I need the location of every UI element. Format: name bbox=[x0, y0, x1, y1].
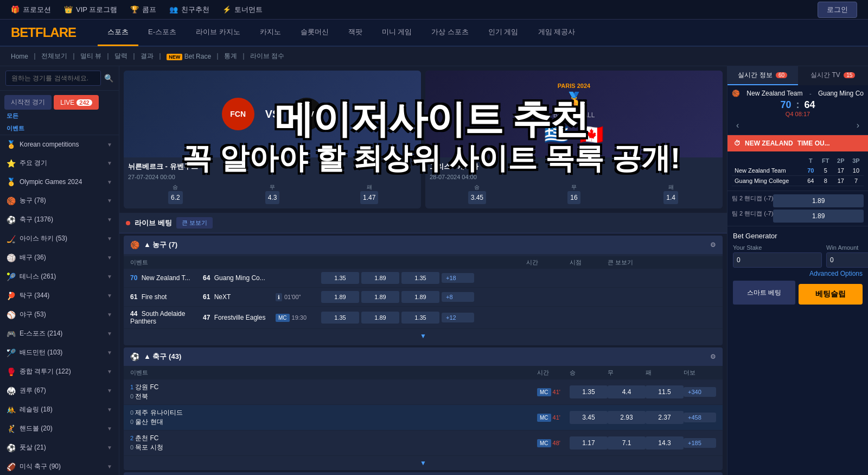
top-nav-promotion[interactable]: 🎁 프로모션 bbox=[11, 5, 51, 15]
score-ft2: 8 bbox=[818, 176, 833, 186]
nav-sports[interactable]: 스포츠 bbox=[98, 19, 138, 46]
breadcrumb-home[interactable]: Home bbox=[11, 53, 28, 60]
next-arrow[interactable]: › bbox=[852, 121, 864, 130]
smart-bet-button[interactable]: 스마트 베팅 bbox=[733, 281, 795, 305]
login-button[interactable]: 로그인 bbox=[818, 2, 857, 18]
prev-arrow[interactable]: ‹ bbox=[732, 121, 743, 130]
show-more-basketball[interactable]: ▼ bbox=[124, 329, 723, 343]
handicap-odds-1[interactable]: 1.89 bbox=[773, 194, 864, 207]
win-odds-1[interactable]: 6.2 bbox=[168, 191, 183, 204]
top-nav-tournament[interactable]: ⚡ 토너먼트 bbox=[222, 5, 263, 15]
sidebar-item-handball[interactable]: 🤾 핸드볼 (20) ▼ bbox=[0, 419, 119, 438]
sidebar-item-featured[interactable]: ⭐ 주요 경기 ▼ bbox=[0, 154, 119, 173]
event-odds-4[interactable]: 1.89 bbox=[321, 291, 359, 303]
more-btn-2[interactable]: +8 bbox=[442, 292, 474, 302]
stake-input[interactable] bbox=[733, 252, 822, 268]
event-odds-7[interactable]: 1.35 bbox=[321, 312, 359, 324]
chevron-down-icon-18: ▼ bbox=[107, 464, 112, 470]
search-icon[interactable]: 🔍 bbox=[104, 74, 113, 83]
event-odds-6[interactable]: 1.89 bbox=[401, 291, 439, 303]
nav-jackpot[interactable]: 잭팟 bbox=[339, 19, 372, 46]
match-time-1: 27-07-2024 00:00 bbox=[128, 174, 417, 180]
sidebar-item-futsal[interactable]: ⚽ 풋살 (21) ▼ bbox=[0, 438, 119, 457]
soccer-w-3[interactable]: 1.17 bbox=[570, 436, 608, 449]
sidebar-item-americanfootball[interactable]: 🏈 미식 축구 (90) ▼ bbox=[0, 457, 119, 475]
basketball-header[interactable]: 🏀 ▲ 농구 (7) ⚙ bbox=[124, 236, 723, 254]
live-tab[interactable]: LIVE 242 bbox=[54, 95, 98, 110]
handicap-odds-2[interactable]: 1.89 bbox=[773, 210, 864, 223]
top-nav-referral[interactable]: 👥 친구추천 bbox=[169, 5, 209, 15]
soccer-d-1[interactable]: 4.4 bbox=[608, 385, 646, 398]
nav-slots[interactable]: 슬롯머신 bbox=[291, 19, 339, 46]
draw-odds-1[interactable]: 4.3 bbox=[265, 191, 280, 204]
nav-mini-game[interactable]: 미니 게임 bbox=[372, 19, 422, 46]
breadcrumb-results[interactable]: 결과 bbox=[141, 52, 154, 61]
sidebar-item-korean[interactable]: 🏅 Korean competitions ▼ bbox=[0, 135, 119, 154]
advanced-options[interactable]: Advanced Options bbox=[733, 270, 863, 277]
soccer-l-2[interactable]: 2.37 bbox=[646, 411, 684, 424]
event-odds-2[interactable]: 1.89 bbox=[361, 272, 399, 284]
col-ft: FT bbox=[818, 156, 833, 166]
soccer-d-3[interactable]: 7.1 bbox=[608, 436, 646, 449]
breadcrumb-calendar[interactable]: 달력 bbox=[114, 52, 127, 61]
event-odds-3[interactable]: 1.35 bbox=[401, 272, 439, 284]
nav-casino[interactable]: 카지노 bbox=[250, 19, 291, 46]
event-odds-8[interactable]: 1.89 bbox=[361, 312, 399, 324]
sidebar-item-badminton[interactable]: 🏸 배드민턴 (103) ▼ bbox=[0, 343, 119, 362]
lose-odds-1[interactable]: 1.47 bbox=[360, 191, 378, 204]
nav-live-casino[interactable]: 라이브 카지노 bbox=[186, 19, 250, 46]
sidebar-item-basketball[interactable]: 🏀 농구 (78) ▼ bbox=[0, 191, 119, 210]
sidebar-item-tennis[interactable]: 🎾 테니스 (261) ▼ bbox=[0, 267, 119, 286]
upcoming-tab[interactable]: 시작전 경기 bbox=[4, 95, 52, 110]
soccer-d-2[interactable]: 2.93 bbox=[608, 411, 646, 424]
soccer-more-1[interactable]: +340 bbox=[684, 387, 716, 397]
top-nav-vip[interactable]: 👑 VIP 프로그램 bbox=[64, 5, 117, 15]
breadcrumb-multi[interactable]: 멀티 뷰 bbox=[80, 52, 101, 61]
icehockey-header[interactable]: 🏒 ▲ 아이스 하키 (11) ⚙ bbox=[124, 472, 723, 475]
sidebar-item-olympics[interactable]: 🥇 Olympic Games 2024 ▼ bbox=[0, 173, 119, 191]
sidebar-item-soccer[interactable]: ⚽ 축구 (1376) ▼ bbox=[0, 210, 119, 229]
lose-odds-2[interactable]: 1.4 bbox=[663, 191, 678, 204]
soccer-more-3[interactable]: +185 bbox=[684, 438, 716, 448]
sidebar-item-baseball[interactable]: ⚾ 야구 (53) ▼ bbox=[0, 305, 119, 324]
sidebar-item-events[interactable]: 이벤트 bbox=[0, 122, 119, 135]
breadcrumb-all[interactable]: 전체보기 bbox=[41, 52, 67, 61]
soccer-l-1[interactable]: 11.5 bbox=[646, 385, 684, 398]
soccer-more-2[interactable]: +458 bbox=[684, 413, 716, 422]
win-odds-2[interactable]: 3.45 bbox=[468, 191, 486, 204]
top-nav-comp[interactable]: 🏆 콤프 bbox=[130, 5, 156, 15]
soccer-w-2[interactable]: 3.45 bbox=[570, 411, 608, 424]
tab-realtime-tv[interactable]: 실시간 TV 15 bbox=[798, 66, 869, 85]
sidebar-item-all[interactable]: 모든 bbox=[0, 110, 119, 122]
sidebar-item-volleyball[interactable]: 🏐 배구 (36) ▼ bbox=[0, 248, 119, 267]
sidebar-item-mma[interactable]: 🥊 종합 격투기 (122) ▼ bbox=[0, 362, 119, 381]
breadcrumb-livescore[interactable]: 라이브 점수 bbox=[250, 52, 284, 61]
show-more-soccer[interactable]: ▼ bbox=[124, 456, 723, 470]
more-btn-3[interactable]: +12 bbox=[442, 313, 474, 322]
draw-odds-2[interactable]: 16 bbox=[567, 191, 580, 204]
event-odds-1[interactable]: 1.35 bbox=[321, 272, 359, 284]
tab-realtime-info[interactable]: 실시간 정보 60 bbox=[727, 66, 798, 85]
nav-virtual-sports[interactable]: 가상 스포츠 bbox=[422, 19, 478, 46]
soccer-w-1[interactable]: 1.35 bbox=[570, 385, 608, 398]
sidebar-item-tabletennis[interactable]: 🏓 탁구 (344) ▼ bbox=[0, 286, 119, 305]
sidebar-item-boxing[interactable]: 🥋 권루 (67) ▼ bbox=[0, 381, 119, 400]
soccer-header[interactable]: ⚽ ▲ 축구 (43) ⚙ bbox=[124, 347, 723, 366]
event-odds-9[interactable]: 1.35 bbox=[401, 312, 439, 324]
nav-esports[interactable]: E-스포츠 bbox=[138, 19, 186, 46]
breadcrumb-betrace[interactable]: NEW Bet Race bbox=[167, 53, 211, 60]
col-2p: 2P bbox=[833, 156, 848, 166]
sidebar-item-wrestling[interactable]: 🤼 레슬링 (18) ▼ bbox=[0, 400, 119, 419]
soccer-l-3[interactable]: 14.3 bbox=[646, 436, 684, 449]
nav-provider[interactable]: 게임 제공사 bbox=[528, 19, 585, 46]
search-input[interactable] bbox=[5, 71, 101, 86]
nav-popular[interactable]: 인기 게임 bbox=[478, 19, 528, 46]
win-input[interactable] bbox=[826, 252, 868, 268]
sidebar-item-icehockey[interactable]: 🏒 아이스 하키 (53) ▼ bbox=[0, 229, 119, 248]
more-btn-1[interactable]: +18 bbox=[442, 273, 474, 283]
sidebar-item-esports[interactable]: 🎮 E-스포즈 (214) ▼ bbox=[0, 324, 119, 343]
event-odds-5[interactable]: 1.89 bbox=[361, 291, 399, 303]
bet-submit-button[interactable]: 베팅슬립 bbox=[799, 284, 863, 305]
view-all-button[interactable]: 큰 보보기 bbox=[176, 217, 213, 229]
breadcrumb-stats[interactable]: 통계 bbox=[224, 52, 237, 61]
